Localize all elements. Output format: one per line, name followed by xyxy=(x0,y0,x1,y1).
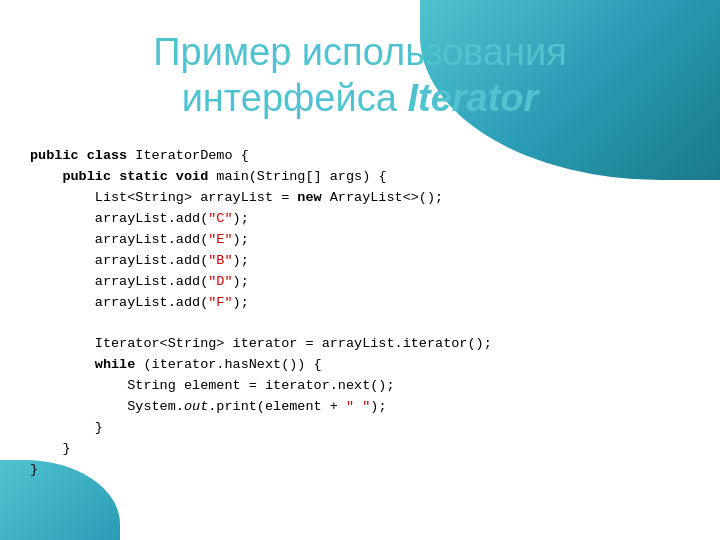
str-space: " " xyxy=(346,399,370,414)
str-C: "C" xyxy=(208,211,232,226)
title-line2-prefix: интерфейса xyxy=(182,77,408,119)
main-content: Пример использования интерфейса Iterator… xyxy=(0,0,720,501)
str-B: "B" xyxy=(208,253,232,268)
kw-while: while xyxy=(95,357,136,372)
kw-public: public xyxy=(30,148,79,163)
title-line1: Пример использования xyxy=(153,31,567,73)
str-D: "D" xyxy=(208,274,232,289)
kw-static: static xyxy=(119,169,168,184)
kw-void: void xyxy=(176,169,208,184)
kw-public2: public xyxy=(62,169,111,184)
str-F: "F" xyxy=(208,295,232,310)
kw-new: new xyxy=(297,190,321,205)
title-line2-italic: Iterator xyxy=(407,77,538,119)
str-E: "E" xyxy=(208,232,232,247)
code-block: public class IteratorDemo { public stati… xyxy=(30,146,690,481)
kw-class: class xyxy=(87,148,128,163)
out-italic: out xyxy=(184,399,208,414)
slide-title: Пример использования интерфейса Iterator xyxy=(30,30,690,121)
